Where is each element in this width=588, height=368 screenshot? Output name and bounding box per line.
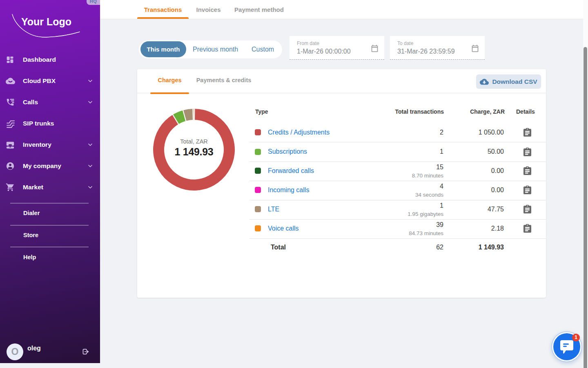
svg-text:Your Logo: Your Logo [21,16,71,27]
